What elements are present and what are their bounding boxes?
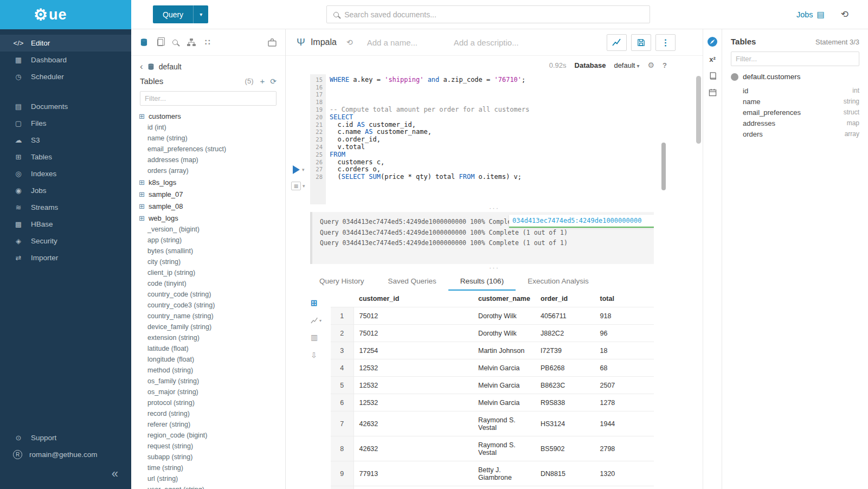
table-row[interactable]: 3 17254 Martin Johnson I72T39 18 <box>331 342 654 359</box>
execute-button[interactable]: ▾ <box>293 165 305 174</box>
tree-item[interactable]: ⊞ addresses (map) <box>131 155 285 165</box>
column-header[interactable]: customer_name <box>473 291 535 307</box>
column-header[interactable]: order_id <box>535 291 595 307</box>
sidebar-item-jobs[interactable]: ◉ Jobs <box>0 182 131 199</box>
tree-item[interactable]: ⊞ country_name (string) <box>131 311 285 321</box>
code-line[interactable]: 26 customers c, <box>310 158 703 166</box>
table-row[interactable]: 9 77913 Betty J. Giambrone DN8815 1320 <box>331 461 654 486</box>
column-row[interactable]: orders array <box>731 128 859 139</box>
code-line[interactable]: 20 SELECT <box>310 113 703 121</box>
code-line[interactable]: 19 -- Compute total amount per order for… <box>310 106 703 113</box>
help-icon[interactable]: ? <box>663 61 667 69</box>
sidebar-item-security[interactable]: ◈ Security <box>0 233 131 249</box>
table-row[interactable]: 7 42632 Raymond S. Vestal HS3124 1944 <box>331 411 654 436</box>
tree-item[interactable]: ⊞ sample_08 <box>131 200 285 212</box>
tree-item[interactable]: ⊞ longitude (float) <box>131 354 285 365</box>
statement-indicator[interactable]: Statement 3/3 <box>815 38 859 46</box>
search-input[interactable] <box>344 10 643 19</box>
tree-item[interactable]: ⊞ subapp (string) <box>131 452 285 462</box>
tree-item[interactable]: ⊞ name (string) <box>131 133 285 144</box>
database-selector[interactable]: default▾ <box>614 61 639 69</box>
collapse-sidebar-icon[interactable]: « <box>112 469 118 478</box>
table-row[interactable]: 2 75012 Dorothy Wilk J882C2 96 <box>331 325 654 342</box>
assist-filter-input[interactable] <box>140 91 277 106</box>
query-name-input[interactable] <box>367 38 448 47</box>
column-header[interactable]: total <box>595 291 654 307</box>
tree-item[interactable]: ⊞ os_major (string) <box>131 387 285 397</box>
sidebar-item-dashboard[interactable]: ▦ Dashboard <box>0 52 131 68</box>
new-query-button[interactable]: Query ▾ <box>153 5 208 23</box>
apps-grid-icon[interactable]: ∷ <box>205 37 211 47</box>
sidebar-item-documents[interactable]: ▤ Documents <box>0 98 131 115</box>
tree-item[interactable]: ⊞ latitude (float) <box>131 343 285 354</box>
code-lines[interactable]: 15 WHERE a.key = 'shipping' and a.zip_co… <box>310 74 703 204</box>
more-options-button[interactable]: ⋮ <box>655 34 676 51</box>
query-history-icon[interactable]: ⟲ <box>346 38 353 47</box>
tree-item[interactable]: ⊞ time (string) <box>131 462 285 473</box>
code-line[interactable]: 23 o.order_id, <box>310 136 703 143</box>
search-assist-icon[interactable] <box>172 40 178 45</box>
sidebar-item-s3[interactable]: ☁ S3 <box>0 132 131 149</box>
code-line[interactable]: 21 c.id AS customer_id, <box>310 121 703 128</box>
code-editor[interactable]: ▾ ▦ ▾ 15 WHERE a.key = 'shipp <box>286 74 703 204</box>
support-link[interactable]: ⊙ Support <box>0 429 131 446</box>
info-icon[interactable] <box>731 73 738 81</box>
schedule-icon[interactable] <box>709 88 717 96</box>
settings-gear-icon[interactable]: ⚙ <box>647 61 654 69</box>
tree-item[interactable]: ⊞ client_ip (string) <box>131 267 285 278</box>
table-row[interactable]: 8 42632 Raymond S. Vestal BS5902 2798 <box>331 436 654 461</box>
grid-view-icon[interactable]: ⊞ <box>311 298 318 308</box>
chart-button[interactable] <box>607 34 627 51</box>
table-row[interactable]: 6 12532 Melvin Garcia R9S838 1278 <box>331 394 654 411</box>
query-dropdown-caret-icon[interactable]: ▾ <box>193 5 208 23</box>
column-row[interactable]: email_preferences struct <box>731 107 859 118</box>
tree-item[interactable]: ⊞ app (string) <box>131 235 285 246</box>
tree-item[interactable]: ⊞ record (string) <box>131 408 285 419</box>
hue-logo[interactable]: ⚙ ue <box>0 0 131 29</box>
history-icon[interactable]: ⟲ <box>841 9 848 20</box>
jobs-link[interactable]: Jobs ▤ <box>796 10 825 20</box>
sidebar-item-files[interactable]: ▢ Files <box>0 115 131 132</box>
refresh-icon[interactable]: ⟳ <box>270 77 277 86</box>
tree-item[interactable]: ⊞ protocol (string) <box>131 397 285 408</box>
tree-item[interactable]: ⊞ request (string) <box>131 441 285 452</box>
tab[interactable]: Execution Analysis <box>516 277 601 291</box>
chart-view-icon[interactable]: ▾ <box>311 317 322 324</box>
sidebar-item-hbase[interactable]: ▩ HBase <box>0 216 131 233</box>
active-table-row[interactable]: default.customers <box>731 73 859 81</box>
code-line[interactable]: 16 <box>310 83 703 91</box>
code-scrollbar[interactable] <box>661 143 666 190</box>
editor-scrollbar[interactable] <box>696 76 701 144</box>
table-row[interactable]: 4 12532 Melvin Garcia PB6268 68 <box>331 359 654 377</box>
column-row[interactable]: addresses map <box>731 118 859 128</box>
code-line[interactable]: 28 (SELECT SUM(price * qty) total FROM o… <box>310 173 703 181</box>
tree-item[interactable]: ⊞ bytes (smallint) <box>131 246 285 256</box>
tree-item[interactable]: ⊞ id (int) <box>131 122 285 133</box>
functions-icon[interactable]: x² <box>709 55 716 63</box>
tree-item[interactable]: ⊞ user_agent (string) <box>131 484 285 489</box>
tree-item[interactable]: ⊞ city (string) <box>131 256 285 267</box>
tree-item[interactable]: ⊞ web_logs <box>131 212 285 224</box>
code-line[interactable]: 24 v.total <box>310 143 703 151</box>
tab[interactable]: Results (106) <box>448 277 516 291</box>
assist-compass-icon[interactable] <box>707 36 718 47</box>
sidebar-item-scheduler[interactable]: ◷ Scheduler <box>0 68 131 85</box>
documents-assist-icon[interactable] <box>157 39 163 46</box>
tree-item[interactable]: ⊞ country_code (string) <box>131 289 285 300</box>
tree-item[interactable]: ⊞ orders (array) <box>131 165 285 176</box>
tree-item[interactable]: ⊞ device_family (string) <box>131 321 285 332</box>
sidebar-item-importer[interactable]: ⇄ Importer <box>0 249 131 266</box>
code-line[interactable]: 22 c.name AS customer_name, <box>310 128 703 136</box>
download-icon[interactable]: ⇩ <box>311 351 317 359</box>
format-button[interactable]: ▦ ▾ <box>291 182 305 190</box>
tree-item[interactable]: ⊞ url (string) <box>131 473 285 484</box>
tree-item[interactable]: ⊞ region_code (bigint) <box>131 430 285 441</box>
code-line[interactable]: 27 c.orders o, <box>310 166 703 173</box>
sidebar-item-streams[interactable]: ≋ Streams <box>0 199 131 216</box>
tree-item[interactable]: ⊞ sample_07 <box>131 188 285 200</box>
sidebar-item-tables[interactable]: ⊞ Tables <box>0 149 131 165</box>
databases-icon[interactable] <box>140 38 148 47</box>
database-breadcrumb[interactable]: ‹ default <box>131 56 285 74</box>
code-line[interactable]: 17 <box>310 91 703 99</box>
column-row[interactable]: name string <box>731 96 859 107</box>
